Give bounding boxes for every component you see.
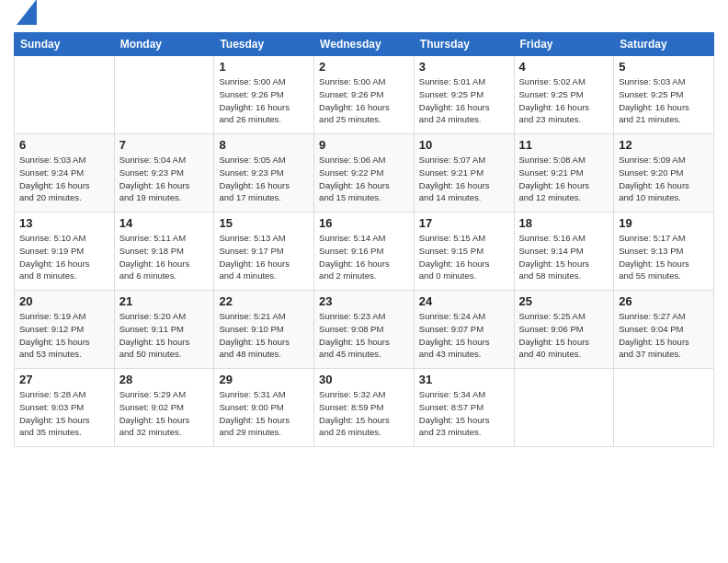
day-number: 22 [219,294,309,308]
day-detail: Sunrise: 5:34 AM Sunset: 8:57 PM Dayligh… [419,388,509,439]
calendar-cell: 6Sunrise: 5:03 AM Sunset: 9:24 PM Daylig… [15,134,115,213]
calendar-cell: 10Sunrise: 5:07 AM Sunset: 9:21 PM Dayli… [414,134,514,213]
day-detail: Sunrise: 5:07 AM Sunset: 9:21 PM Dayligh… [419,154,509,204]
day-number: 20 [19,294,109,308]
calendar-cell: 19Sunrise: 5:17 AM Sunset: 9:13 PM Dayli… [614,213,714,291]
day-number: 27 [19,373,109,386]
day-number: 13 [19,216,109,230]
day-detail: Sunrise: 5:01 AM Sunset: 9:25 PM Dayligh… [419,75,509,126]
day-detail: Sunrise: 5:17 AM Sunset: 9:13 PM Dayligh… [619,232,709,282]
day-detail: Sunrise: 5:00 AM Sunset: 9:26 PM Dayligh… [319,75,409,126]
day-detail: Sunrise: 5:06 AM Sunset: 9:22 PM Dayligh… [319,154,409,204]
day-number: 18 [519,216,609,230]
calendar-cell: 5Sunrise: 5:03 AM Sunset: 9:25 PM Daylig… [614,56,714,134]
calendar-cell: 12Sunrise: 5:09 AM Sunset: 9:20 PM Dayli… [614,134,714,213]
calendar-cell [15,56,115,134]
calendar-table: SundayMondayTuesdayWednesdayThursdayFrid… [14,32,714,447]
weekday-header-monday: Monday [114,33,214,56]
day-number: 25 [519,294,609,308]
day-detail: Sunrise: 5:00 AM Sunset: 9:26 PM Dayligh… [219,75,309,126]
svg-marker-0 [17,0,37,25]
calendar-cell: 1Sunrise: 5:00 AM Sunset: 9:26 PM Daylig… [214,56,314,134]
header [14,9,714,25]
calendar-cell: 29Sunrise: 5:31 AM Sunset: 9:00 PM Dayli… [214,369,314,447]
day-detail: Sunrise: 5:28 AM Sunset: 9:03 PM Dayligh… [19,388,109,439]
weekday-header-wednesday: Wednesday [314,33,415,56]
calendar-cell: 23Sunrise: 5:23 AM Sunset: 9:08 PM Dayli… [314,291,415,369]
calendar-cell: 27Sunrise: 5:28 AM Sunset: 9:03 PM Dayli… [15,369,115,447]
day-detail: Sunrise: 5:27 AM Sunset: 9:04 PM Dayligh… [619,310,709,361]
calendar-cell: 24Sunrise: 5:24 AM Sunset: 9:07 PM Dayli… [414,291,514,369]
day-detail: Sunrise: 5:09 AM Sunset: 9:20 PM Dayligh… [619,154,709,204]
day-detail: Sunrise: 5:14 AM Sunset: 9:16 PM Dayligh… [319,232,409,282]
calendar-cell: 9Sunrise: 5:06 AM Sunset: 9:22 PM Daylig… [314,134,415,213]
day-detail: Sunrise: 5:21 AM Sunset: 9:10 PM Dayligh… [219,310,309,361]
weekday-header-saturday: Saturday [614,33,714,56]
day-detail: Sunrise: 5:11 AM Sunset: 9:18 PM Dayligh… [119,232,210,282]
day-number: 15 [219,216,309,230]
day-number: 26 [619,294,709,308]
day-number: 11 [519,138,609,152]
calendar-cell: 22Sunrise: 5:21 AM Sunset: 9:10 PM Dayli… [214,291,314,369]
day-detail: Sunrise: 5:25 AM Sunset: 9:06 PM Dayligh… [519,310,609,361]
calendar-week-1: 1Sunrise: 5:00 AM Sunset: 9:26 PM Daylig… [15,56,714,134]
calendar-cell: 26Sunrise: 5:27 AM Sunset: 9:04 PM Dayli… [614,291,714,369]
calendar-cell: 16Sunrise: 5:14 AM Sunset: 9:16 PM Dayli… [314,213,415,291]
day-detail: Sunrise: 5:08 AM Sunset: 9:21 PM Dayligh… [519,154,609,204]
calendar-cell [514,369,614,447]
weekday-header-row: SundayMondayTuesdayWednesdayThursdayFrid… [15,33,714,56]
day-number: 7 [119,138,210,152]
day-detail: Sunrise: 5:04 AM Sunset: 9:23 PM Dayligh… [119,154,210,204]
day-number: 4 [519,60,609,74]
calendar-cell: 18Sunrise: 5:16 AM Sunset: 9:14 PM Dayli… [514,213,614,291]
day-number: 19 [619,216,709,230]
calendar-cell [614,369,714,447]
day-detail: Sunrise: 5:15 AM Sunset: 9:15 PM Dayligh… [419,232,509,282]
calendar-week-3: 13Sunrise: 5:10 AM Sunset: 9:19 PM Dayli… [15,213,714,291]
day-detail: Sunrise: 5:16 AM Sunset: 9:14 PM Dayligh… [519,232,609,282]
weekday-header-friday: Friday [514,33,614,56]
calendar-cell: 2Sunrise: 5:00 AM Sunset: 9:26 PM Daylig… [314,56,415,134]
day-number: 17 [419,216,509,230]
calendar-cell: 21Sunrise: 5:20 AM Sunset: 9:11 PM Dayli… [114,291,214,369]
day-number: 8 [219,138,309,152]
day-number: 29 [219,373,309,386]
day-number: 16 [319,216,409,230]
calendar-cell [114,56,214,134]
day-number: 9 [319,138,409,152]
day-detail: Sunrise: 5:20 AM Sunset: 9:11 PM Dayligh… [119,310,210,361]
logo-icon [17,0,37,25]
calendar-cell: 14Sunrise: 5:11 AM Sunset: 9:18 PM Dayli… [114,213,214,291]
calendar-cell: 20Sunrise: 5:19 AM Sunset: 9:12 PM Dayli… [15,291,115,369]
day-detail: Sunrise: 5:32 AM Sunset: 8:59 PM Dayligh… [319,388,409,439]
calendar-cell: 17Sunrise: 5:15 AM Sunset: 9:15 PM Dayli… [414,213,514,291]
calendar-cell: 28Sunrise: 5:29 AM Sunset: 9:02 PM Dayli… [114,369,214,447]
day-number: 30 [319,373,409,386]
calendar-cell: 4Sunrise: 5:02 AM Sunset: 9:25 PM Daylig… [514,56,614,134]
day-number: 14 [119,216,210,230]
page-container: SundayMondayTuesdayWednesdayThursdayFrid… [0,0,728,456]
day-number: 31 [419,373,509,386]
day-number: 10 [419,138,509,152]
calendar-cell: 7Sunrise: 5:04 AM Sunset: 9:23 PM Daylig… [114,134,214,213]
day-detail: Sunrise: 5:31 AM Sunset: 9:00 PM Dayligh… [219,388,309,439]
day-number: 1 [219,60,309,74]
day-detail: Sunrise: 5:19 AM Sunset: 9:12 PM Dayligh… [19,310,109,361]
calendar-cell: 3Sunrise: 5:01 AM Sunset: 9:25 PM Daylig… [414,56,514,134]
day-detail: Sunrise: 5:13 AM Sunset: 9:17 PM Dayligh… [219,232,309,282]
day-detail: Sunrise: 5:10 AM Sunset: 9:19 PM Dayligh… [19,232,109,282]
calendar-week-5: 27Sunrise: 5:28 AM Sunset: 9:03 PM Dayli… [15,369,714,447]
day-detail: Sunrise: 5:03 AM Sunset: 9:25 PM Dayligh… [619,75,709,126]
day-number: 28 [119,373,210,386]
weekday-header-sunday: Sunday [15,33,115,56]
day-detail: Sunrise: 5:29 AM Sunset: 9:02 PM Dayligh… [119,388,210,439]
day-detail: Sunrise: 5:03 AM Sunset: 9:24 PM Dayligh… [19,154,109,204]
day-number: 12 [619,138,709,152]
day-number: 23 [319,294,409,308]
day-detail: Sunrise: 5:05 AM Sunset: 9:23 PM Dayligh… [219,154,309,204]
day-detail: Sunrise: 5:02 AM Sunset: 9:25 PM Dayligh… [519,75,609,126]
calendar-week-2: 6Sunrise: 5:03 AM Sunset: 9:24 PM Daylig… [15,134,714,213]
day-detail: Sunrise: 5:23 AM Sunset: 9:08 PM Dayligh… [319,310,409,361]
day-number: 6 [19,138,109,152]
day-detail: Sunrise: 5:24 AM Sunset: 9:07 PM Dayligh… [419,310,509,361]
